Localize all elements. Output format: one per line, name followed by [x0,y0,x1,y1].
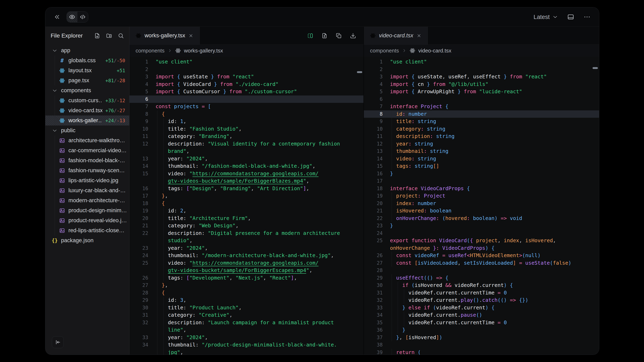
code-line[interactable]: onHoverChange }: VideoCardProps) { [364,245,599,252]
tree-file-video-card.tsx[interactable]: video-card.tsx+76/-27 [45,105,129,115]
code-line[interactable]: 25 video: "https://commondatastorage.goo… [130,259,364,267]
code-line[interactable]: 30 if (isHovered && videoRef.current) { [364,282,599,289]
tree-file-product-reveal-video.j-[interactable]: product-reveal-video.j… [45,216,129,226]
more-options-button[interactable] [584,13,590,20]
code-line[interactable]: 1"use client" [130,58,364,66]
tree-folder-app[interactable]: app [45,45,129,55]
code-line[interactable]: 32 videoRef.current.play().catch(() => {… [364,297,599,304]
search-button[interactable] [118,33,124,39]
version-dropdown[interactable]: Latest [534,14,558,20]
code-line[interactable]: 7interface Project { [364,103,599,110]
file-diff-button[interactable] [322,33,328,39]
code-line[interactable]: 21 isHovered: boolean [364,207,599,215]
code-line[interactable]: 20 index: number [364,200,599,207]
preview-toggle-button[interactable] [67,12,78,22]
tree-file-architecture-walkthro-[interactable]: architecture-walkthro… [45,135,129,145]
tree-file-layout.tsx[interactable]: layout.tsx+51 [45,65,129,75]
code-line[interactable]: 3import { useState, useRef, useEffect } … [364,73,599,81]
code-line[interactable]: 16} [364,170,599,178]
code-line[interactable]: 23} [364,222,599,230]
code-line[interactable]: 25export function VideoCard({ project, i… [364,237,599,245]
tree-file-modern-architecture-[interactable]: modern-architecture-… [45,195,129,206]
tree-folder-public[interactable]: public [45,125,129,135]
code-line[interactable]: gtv-videos-bucket/sample/ForBiggerEscape… [130,267,364,274]
new-file-button[interactable] [94,33,100,39]
code-line[interactable]: 34 thumbnail: "/product-design-minimalis… [130,341,364,349]
code-line[interactable]: 33 year: "2024", [130,334,364,342]
code-area-right[interactable]: 1"use client"23import { useState, useRef… [364,56,599,355]
tree-file-luxury-car-black-and-[interactable]: luxury-car-black-and-… [45,185,129,195]
copy-button[interactable] [336,33,342,39]
code-line[interactable]: 28 [364,267,599,274]
code-line[interactable]: 15 tags: string[] [364,162,599,170]
code-line[interactable]: 35 videoRef.current.currentTime = 0 [364,319,599,327]
code-line[interactable]: 17 [364,177,599,185]
code-line[interactable]: 38 [364,341,599,349]
code-line[interactable]: 27 }, [130,282,364,289]
code-line[interactable]: 24 thumbnail: "/modern-architecture-blac… [130,252,364,259]
code-line[interactable]: 9 id: 1, [130,118,364,125]
code-line[interactable]: line", [130,326,364,334]
code-line[interactable]: 26 const videoRef = useRef<HTMLVideoElem… [364,252,599,259]
tree-file-car-commercial-video-[interactable]: car-commercial-video… [45,145,129,155]
code-line[interactable]: 19 id: 2, [130,207,364,215]
tree-file-product-design-minim-[interactable]: product-design-minim… [45,206,129,216]
breadcrumb-root[interactable]: components [370,47,399,54]
code-line[interactable]: 21 category: "Web Design", [130,222,364,230]
code-line[interactable]: 39 return ( [364,349,599,355]
code-line[interactable]: 5import { ArrowUpRight } from "lucide-re… [364,88,599,95]
code-line[interactable]: 26 tags: ["Development", "Next.js", "Rea… [130,274,364,282]
code-line[interactable]: 28 { [130,289,364,297]
code-line[interactable]: 2 [130,66,364,73]
code-line[interactable]: 9 title: string [364,118,599,125]
code-line[interactable]: 10 category: string [364,125,599,133]
code-line[interactable]: 33 } else if (videoRef.current) { [364,304,599,312]
tree-file-red-lips-artistic-close-[interactable]: red-lips-artistic-close… [45,226,129,236]
code-line[interactable]: 12 description: "Visual identity for a c… [130,140,364,148]
code-line[interactable]: 6 [364,95,599,103]
code-line[interactable]: jpg", [130,349,364,355]
code-line[interactable]: studio", [130,237,364,245]
new-folder-button[interactable] [106,33,112,39]
code-line[interactable]: 13 year: "2024", [130,155,364,163]
code-line[interactable]: 18 { [130,200,364,207]
code-line[interactable]: 20 title: "Architecture Firm", [130,215,364,222]
code-line[interactable]: 19 project: Project [364,192,599,200]
code-line[interactable]: 13 thumbnail: string [364,148,599,155]
code-line[interactable]: 23 year: "2024", [130,245,364,252]
tree-file-page.tsx[interactable]: page.tsx+81/-28 [45,75,129,85]
code-line[interactable]: 6 [130,95,364,103]
close-tab-icon[interactable] [416,33,422,38]
code-line[interactable]: 27 const [isVideoLoaded, setIsVideoLoade… [364,259,599,267]
code-line[interactable]: 4import { cn } from "@/lib/utils" [364,81,599,88]
code-line[interactable]: 5import { CustomCursor } from "./custom-… [130,88,364,95]
code-line[interactable]: 2 [364,66,599,73]
code-line[interactable]: 12 year: string [364,140,599,148]
code-area-left[interactable]: 1"use client"23import { useState } from … [130,56,364,355]
code-line[interactable]: 36 } [364,326,599,334]
tree-file-fashion-runway-scen-[interactable]: fashion-runway-scen… [45,165,129,175]
code-line[interactable]: 11 description: string [364,133,599,140]
code-line[interactable]: 29 id: 3, [130,297,364,304]
close-tab-icon[interactable] [188,33,193,38]
panel-layout-button[interactable] [567,13,574,20]
download-button[interactable] [350,33,356,39]
code-line[interactable]: 15 video: "https://commondatastorage.goo… [130,170,364,178]
code-line[interactable]: 4import { VideoCard } from "./video-card… [130,81,364,88]
code-line[interactable]: 24 [364,230,599,237]
code-line[interactable]: 22 onHoverChange: (hovered: boolean) => … [364,215,599,222]
collapse-panel-button[interactable] [52,336,64,348]
code-line[interactable]: 3import { useState } from "react" [130,73,364,81]
code-line[interactable]: 29 useEffect(() => { [364,274,599,282]
code-line[interactable]: 22 description: "Digital presence for a … [130,230,364,237]
code-line[interactable]: 1"use client" [364,58,599,66]
code-line[interactable]: 10 title: "Fashion Studio", [130,125,364,133]
tree-file-works-galler-[interactable]: works-galler…+24/-13 [45,115,129,125]
tab-video-card[interactable]: video-card.tsx [364,27,428,44]
tree-file-package.json[interactable]: {}package.json [45,236,129,246]
code-line[interactable]: 18interface VideoCardProps { [364,185,599,192]
code-line[interactable]: 37 }, [isHovered]) [364,334,599,342]
code-toggle-button[interactable] [78,12,88,22]
code-line[interactable]: 14 video: string [364,155,599,163]
code-line[interactable]: 11 category: "Branding", [130,133,364,140]
